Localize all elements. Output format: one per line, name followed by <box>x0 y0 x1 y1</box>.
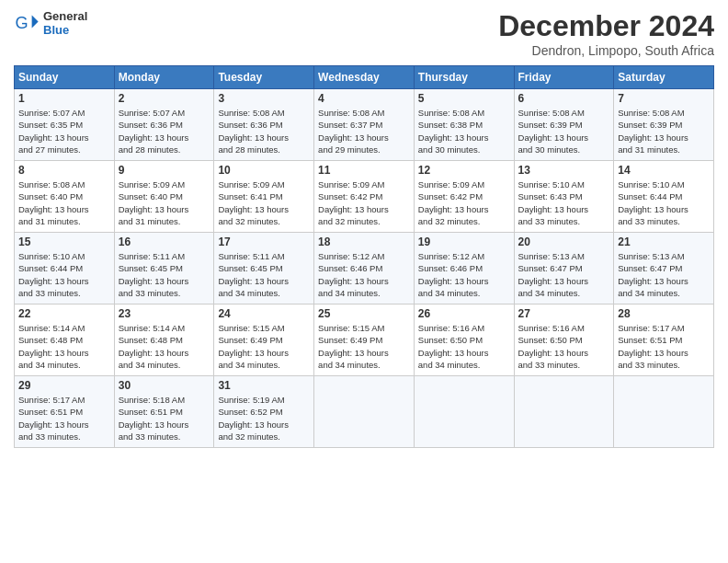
calendar-cell: 24Sunrise: 5:15 AMSunset: 6:49 PMDayligh… <box>214 304 314 376</box>
day-info: Sunrise: 5:09 AMSunset: 6:42 PMDaylight:… <box>318 178 410 227</box>
calendar-week-4: 22Sunrise: 5:14 AMSunset: 6:48 PMDayligh… <box>15 304 714 376</box>
calendar-cell: 3Sunrise: 5:08 AMSunset: 6:36 PMDaylight… <box>214 89 314 161</box>
header-cell-tuesday: Tuesday <box>214 66 314 89</box>
page-container: G General Blue December 2024 Dendron, Li… <box>0 0 728 453</box>
day-info: Sunrise: 5:14 AMSunset: 6:48 PMDaylight:… <box>18 322 110 371</box>
calendar-cell: 15Sunrise: 5:10 AMSunset: 6:44 PMDayligh… <box>15 233 115 304</box>
calendar-cell: 11Sunrise: 5:09 AMSunset: 6:42 PMDayligh… <box>314 161 415 233</box>
calendar-cell: 4Sunrise: 5:08 AMSunset: 6:37 PMDaylight… <box>314 89 415 161</box>
day-number: 28 <box>618 307 710 320</box>
day-number: 2 <box>119 92 210 105</box>
logo-text: General Blue <box>43 9 87 37</box>
day-number: 30 <box>119 379 210 392</box>
calendar-table: SundayMondayTuesdayWednesdayThursdayFrid… <box>14 65 714 448</box>
day-number: 5 <box>418 92 510 105</box>
day-number: 25 <box>318 307 410 320</box>
calendar-week-5: 29Sunrise: 5:17 AMSunset: 6:51 PMDayligh… <box>15 376 714 448</box>
header-row: SundayMondayTuesdayWednesdayThursdayFrid… <box>15 66 714 89</box>
calendar-cell: 9Sunrise: 5:09 AMSunset: 6:40 PMDaylight… <box>114 161 214 233</box>
svg-marker-1 <box>32 16 39 29</box>
day-number: 10 <box>218 164 310 177</box>
day-info: Sunrise: 5:16 AMSunset: 6:50 PMDaylight:… <box>518 322 610 371</box>
day-number: 1 <box>18 92 110 105</box>
day-info: Sunrise: 5:10 AMSunset: 6:43 PMDaylight:… <box>518 178 610 227</box>
day-number: 3 <box>218 92 310 105</box>
header-cell-saturday: Saturday <box>614 66 714 89</box>
day-number: 4 <box>318 92 410 105</box>
day-info: Sunrise: 5:11 AMSunset: 6:45 PMDaylight:… <box>218 250 310 299</box>
calendar-cell: 1Sunrise: 5:07 AMSunset: 6:35 PMDaylight… <box>15 89 115 161</box>
calendar-cell: 26Sunrise: 5:16 AMSunset: 6:50 PMDayligh… <box>414 304 514 376</box>
day-info: Sunrise: 5:08 AMSunset: 6:37 PMDaylight:… <box>318 107 410 155</box>
header-cell-friday: Friday <box>514 66 614 89</box>
logo-line1: General <box>43 9 87 23</box>
calendar-cell: 19Sunrise: 5:12 AMSunset: 6:46 PMDayligh… <box>414 233 514 304</box>
day-info: Sunrise: 5:10 AMSunset: 6:44 PMDaylight:… <box>18 250 110 299</box>
day-info: Sunrise: 5:07 AMSunset: 6:35 PMDaylight:… <box>18 107 110 155</box>
day-info: Sunrise: 5:08 AMSunset: 6:36 PMDaylight:… <box>218 107 310 155</box>
calendar-cell: 28Sunrise: 5:17 AMSunset: 6:51 PMDayligh… <box>614 304 714 376</box>
day-number: 29 <box>18 379 110 392</box>
day-info: Sunrise: 5:08 AMSunset: 6:39 PMDaylight:… <box>618 107 710 155</box>
day-info: Sunrise: 5:09 AMSunset: 6:41 PMDaylight:… <box>218 178 310 227</box>
day-info: Sunrise: 5:14 AMSunset: 6:48 PMDaylight:… <box>119 322 210 371</box>
day-info: Sunrise: 5:16 AMSunset: 6:50 PMDaylight:… <box>418 322 510 371</box>
day-number: 16 <box>119 236 210 248</box>
calendar-cell: 30Sunrise: 5:18 AMSunset: 6:51 PMDayligh… <box>114 376 214 448</box>
calendar-week-2: 8Sunrise: 5:08 AMSunset: 6:40 PMDaylight… <box>15 161 714 233</box>
calendar-cell <box>414 376 514 448</box>
calendar-week-1: 1Sunrise: 5:07 AMSunset: 6:35 PMDaylight… <box>15 89 714 161</box>
calendar-cell <box>614 376 714 448</box>
calendar-cell: 2Sunrise: 5:07 AMSunset: 6:36 PMDaylight… <box>114 89 214 161</box>
day-info: Sunrise: 5:12 AMSunset: 6:46 PMDaylight:… <box>418 250 510 299</box>
day-info: Sunrise: 5:17 AMSunset: 6:51 PMDaylight:… <box>18 394 110 442</box>
day-info: Sunrise: 5:09 AMSunset: 6:42 PMDaylight:… <box>418 178 510 227</box>
month-title: December 2024 <box>498 9 714 43</box>
logo-icon: G <box>14 10 40 36</box>
day-info: Sunrise: 5:19 AMSunset: 6:52 PMDaylight:… <box>218 394 310 442</box>
day-info: Sunrise: 5:13 AMSunset: 6:47 PMDaylight:… <box>518 250 610 299</box>
day-number: 8 <box>18 164 110 177</box>
header-cell-sunday: Sunday <box>15 66 115 89</box>
calendar-header: SundayMondayTuesdayWednesdayThursdayFrid… <box>15 66 714 89</box>
calendar-body: 1Sunrise: 5:07 AMSunset: 6:35 PMDaylight… <box>15 89 714 448</box>
day-number: 31 <box>218 379 310 392</box>
day-number: 17 <box>218 236 310 248</box>
day-info: Sunrise: 5:15 AMSunset: 6:49 PMDaylight:… <box>218 322 310 371</box>
day-number: 12 <box>418 164 510 177</box>
calendar-cell: 18Sunrise: 5:12 AMSunset: 6:46 PMDayligh… <box>314 233 415 304</box>
day-number: 15 <box>18 236 110 248</box>
calendar-cell: 14Sunrise: 5:10 AMSunset: 6:44 PMDayligh… <box>614 161 714 233</box>
day-number: 6 <box>518 92 610 105</box>
title-block: December 2024 Dendron, Limpopo, South Af… <box>498 9 714 58</box>
calendar-cell: 7Sunrise: 5:08 AMSunset: 6:39 PMDaylight… <box>614 89 714 161</box>
day-number: 20 <box>518 236 610 248</box>
header-cell-monday: Monday <box>114 66 214 89</box>
calendar-cell: 6Sunrise: 5:08 AMSunset: 6:39 PMDaylight… <box>514 89 614 161</box>
day-number: 23 <box>119 307 210 320</box>
day-info: Sunrise: 5:08 AMSunset: 6:38 PMDaylight:… <box>418 107 510 155</box>
calendar-cell <box>514 376 614 448</box>
calendar-week-3: 15Sunrise: 5:10 AMSunset: 6:44 PMDayligh… <box>15 233 714 304</box>
calendar-cell: 10Sunrise: 5:09 AMSunset: 6:41 PMDayligh… <box>214 161 314 233</box>
location-title: Dendron, Limpopo, South Africa <box>498 43 714 58</box>
day-number: 19 <box>418 236 510 248</box>
day-number: 14 <box>618 164 710 177</box>
day-info: Sunrise: 5:08 AMSunset: 6:39 PMDaylight:… <box>518 107 610 155</box>
day-info: Sunrise: 5:10 AMSunset: 6:44 PMDaylight:… <box>618 178 710 227</box>
calendar-cell: 12Sunrise: 5:09 AMSunset: 6:42 PMDayligh… <box>414 161 514 233</box>
calendar-cell: 29Sunrise: 5:17 AMSunset: 6:51 PMDayligh… <box>15 376 115 448</box>
day-info: Sunrise: 5:12 AMSunset: 6:46 PMDaylight:… <box>318 250 410 299</box>
header: G General Blue December 2024 Dendron, Li… <box>14 9 714 58</box>
calendar-cell: 22Sunrise: 5:14 AMSunset: 6:48 PMDayligh… <box>15 304 115 376</box>
day-info: Sunrise: 5:15 AMSunset: 6:49 PMDaylight:… <box>318 322 410 371</box>
calendar-cell: 5Sunrise: 5:08 AMSunset: 6:38 PMDaylight… <box>414 89 514 161</box>
calendar-cell: 27Sunrise: 5:16 AMSunset: 6:50 PMDayligh… <box>514 304 614 376</box>
calendar-cell: 31Sunrise: 5:19 AMSunset: 6:52 PMDayligh… <box>214 376 314 448</box>
calendar-cell: 20Sunrise: 5:13 AMSunset: 6:47 PMDayligh… <box>514 233 614 304</box>
day-number: 13 <box>518 164 610 177</box>
header-cell-thursday: Thursday <box>414 66 514 89</box>
day-number: 26 <box>418 307 510 320</box>
day-info: Sunrise: 5:08 AMSunset: 6:40 PMDaylight:… <box>18 178 110 227</box>
day-info: Sunrise: 5:07 AMSunset: 6:36 PMDaylight:… <box>119 107 210 155</box>
